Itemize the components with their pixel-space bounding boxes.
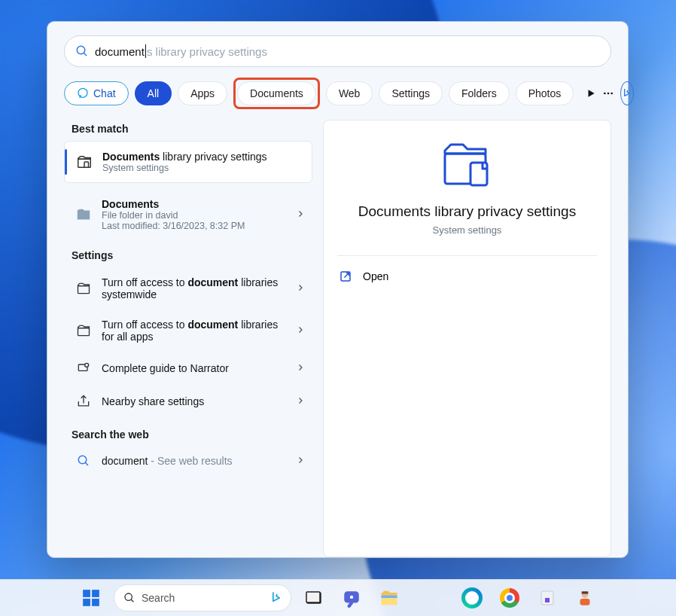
best-match-subtitle: System settings — [102, 163, 267, 173]
settings-results: Turn off access to document libraries sy… — [64, 267, 312, 418]
svg-point-4 — [607, 93, 610, 95]
svg-point-12 — [78, 456, 87, 464]
search-filter-row: Chat All Apps Documents Web Settings Fol… — [64, 78, 611, 109]
filter-settings[interactable]: Settings — [379, 81, 443, 105]
chevron-right-icon — [296, 209, 305, 221]
filter-all-label: All — [148, 87, 160, 99]
windows-icon — [81, 588, 101, 608]
more-icon — [602, 87, 614, 99]
preview-open-label: Open — [363, 270, 388, 282]
svg-rect-34 — [582, 591, 589, 593]
svg-rect-8 — [78, 286, 90, 294]
svg-rect-33 — [580, 599, 590, 605]
search-icon — [73, 454, 94, 468]
bing-chat-icon — [77, 87, 89, 99]
chevron-right-icon — [296, 395, 305, 407]
filter-photos[interactable]: Photos — [516, 81, 574, 105]
folder-icon — [73, 206, 94, 223]
svg-line-22 — [131, 599, 133, 602]
filter-chat[interactable]: Chat — [64, 81, 129, 105]
search-suggestion-text: s library privacy settings — [147, 45, 267, 58]
narrator-icon — [73, 361, 94, 376]
documents-library-large-icon — [440, 140, 495, 190]
documents-library-icon — [73, 323, 94, 338]
taskbar-explorer[interactable] — [374, 583, 404, 613]
filter-web[interactable]: Web — [326, 81, 373, 105]
filter-apps[interactable]: Apps — [178, 81, 227, 105]
taskbar-search[interactable]: Search — [114, 584, 291, 611]
avatar-icon — [575, 588, 595, 608]
filter-documents[interactable]: Documents — [237, 81, 316, 105]
svg-rect-19 — [83, 599, 90, 606]
filter-folders-label: Folders — [461, 87, 497, 99]
web-result[interactable]: document - See web results — [64, 447, 312, 475]
svg-point-21 — [125, 593, 132, 600]
edge-icon — [461, 587, 483, 608]
folder-result-title: Documents — [102, 198, 245, 210]
svg-point-3 — [604, 93, 606, 95]
taskbar-taskview[interactable] — [299, 583, 329, 613]
best-match-heading: Best match — [72, 123, 312, 135]
svg-line-13 — [85, 462, 88, 465]
filter-apps-label: Apps — [190, 87, 215, 99]
open-icon — [339, 270, 352, 283]
divider — [337, 255, 597, 256]
svg-point-5 — [611, 93, 614, 95]
share-icon — [73, 394, 94, 409]
settings-result-item[interactable]: Nearby share settings — [64, 385, 312, 418]
chevron-right-icon — [296, 455, 305, 467]
web-result-title: document - See web results — [102, 455, 233, 467]
search-icon — [75, 44, 89, 58]
filter-next-button[interactable] — [586, 82, 596, 105]
search-web-heading: Search the web — [72, 428, 312, 441]
filter-all[interactable]: All — [135, 81, 172, 105]
taskbar-chat[interactable] — [336, 583, 367, 613]
svg-point-11 — [85, 363, 89, 367]
settings-item-title: Nearby share settings — [102, 395, 204, 407]
chrome-icon — [500, 588, 519, 608]
chevron-right-icon — [296, 282, 305, 294]
settings-result-item[interactable]: Turn off access to document libraries fo… — [64, 310, 312, 352]
svg-rect-18 — [92, 590, 99, 597]
chat-icon — [342, 588, 361, 608]
folder-result-modified: Last modified: 3/16/2023, 8:32 PM — [102, 221, 245, 231]
filter-overflow-button[interactable] — [602, 82, 614, 105]
results-column: Best match Documents library privacy set… — [64, 120, 312, 557]
chevron-right-icon — [296, 362, 305, 374]
filter-photos-label: Photos — [528, 87, 562, 99]
preview-panel: Documents library privacy settings Syste… — [323, 120, 611, 557]
filter-web-label: Web — [339, 87, 361, 99]
filter-documents-label: Documents — [250, 87, 303, 99]
documents-library-icon — [74, 154, 95, 170]
taskbar-search-placeholder: Search — [142, 592, 175, 604]
preview-subtitle: System settings — [433, 224, 502, 236]
settings-result-item[interactable]: Turn off access to document libraries sy… — [64, 267, 312, 310]
start-button[interactable] — [76, 583, 106, 613]
bing-button[interactable] — [620, 81, 634, 105]
svg-line-1 — [84, 53, 87, 56]
settings-item-title: Turn off access to document libraries sy… — [102, 276, 282, 300]
settings-result-item[interactable]: Complete guide to Narrator — [64, 352, 312, 385]
app-icon — [538, 589, 556, 607]
svg-rect-17 — [83, 590, 90, 597]
svg-rect-20 — [92, 599, 99, 606]
taskbar-app-1[interactable] — [532, 583, 562, 613]
search-input[interactable]: document s library privacy settings — [64, 35, 611, 67]
play-icon — [586, 88, 596, 99]
chevron-right-icon — [296, 325, 305, 337]
taskbar-edge[interactable] — [457, 583, 487, 613]
folder-result[interactable]: Documents File folder in david Last modi… — [64, 191, 312, 239]
svg-rect-29 — [382, 596, 397, 599]
taskbar-chrome[interactable] — [495, 583, 525, 613]
filter-folders[interactable]: Folders — [449, 81, 510, 105]
preview-open-action[interactable]: Open — [337, 267, 597, 286]
start-search-flyout: document s library privacy settings Chat… — [47, 21, 629, 558]
taskview-icon — [305, 589, 323, 607]
bing-icon — [266, 588, 286, 608]
best-match-title: Documents library privacy settings — [102, 151, 267, 163]
preview-title: Documents library privacy settings — [358, 203, 576, 220]
best-match-result[interactable]: Documents library privacy settings Syste… — [64, 141, 312, 183]
svg-rect-9 — [78, 328, 90, 336]
svg-rect-15 — [470, 163, 487, 185]
taskbar-app-2[interactable] — [570, 583, 600, 613]
